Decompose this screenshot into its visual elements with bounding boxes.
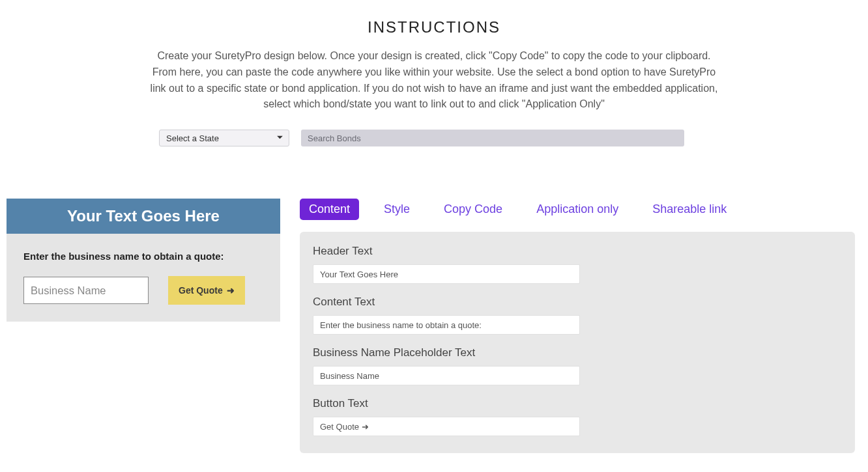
tab-shareable-link[interactable]: Shareable link (643, 199, 736, 220)
instructions-title: INSTRUCTIONS (7, 18, 861, 36)
tab-style[interactable]: Style (375, 199, 419, 220)
instructions-body: Create your SuretyPro design below. Once… (147, 48, 721, 113)
get-quote-button[interactable]: Get Quote ➜ (168, 276, 245, 305)
preview-content-label: Enter the business name to obtain a quot… (23, 251, 263, 262)
search-bonds-input[interactable] (301, 130, 684, 146)
button-text-input[interactable] (313, 417, 580, 436)
tab-copy-code[interactable]: Copy Code (435, 199, 512, 220)
header-text-input[interactable] (313, 264, 580, 284)
business-name-input[interactable] (23, 277, 149, 304)
placeholder-text-input[interactable] (313, 366, 580, 385)
header-text-label: Header Text (313, 245, 580, 258)
arrow-right-icon: ➜ (227, 285, 235, 296)
tab-content[interactable]: Content (300, 199, 359, 220)
placeholder-text-label: Business Name Placeholder Text (313, 346, 580, 359)
state-select[interactable]: Select a State (159, 130, 289, 146)
state-select-label: Select a State (166, 133, 219, 143)
content-text-input[interactable] (313, 315, 580, 335)
get-quote-button-label: Get Quote (179, 285, 223, 296)
preview-header: Your Text Goes Here (7, 199, 280, 234)
config-panel: Content Style Copy Code Application only… (300, 199, 855, 453)
tab-application-only[interactable]: Application only (527, 199, 628, 220)
tabs: Content Style Copy Code Application only… (300, 199, 855, 220)
controls-row: Select a State (159, 130, 861, 146)
preview-widget: Your Text Goes Here Enter the business n… (7, 199, 280, 322)
button-text-label: Button Text (313, 397, 580, 410)
chevron-down-icon (276, 133, 283, 143)
content-text-label: Content Text (313, 296, 580, 309)
content-panel: Header Text Content Text Business Name P… (300, 232, 855, 453)
